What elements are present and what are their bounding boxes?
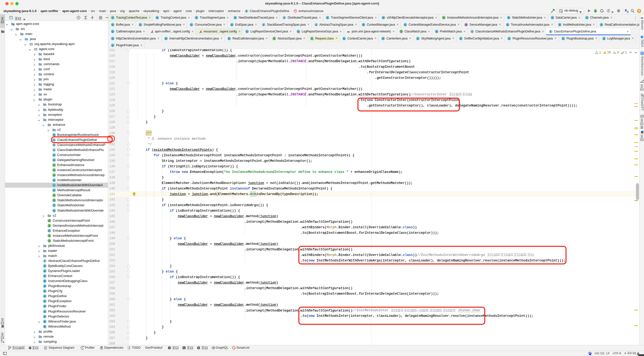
svg-text:C: C <box>562 37 564 40</box>
svg-text:C: C <box>191 23 192 26</box>
svg-text:C: C <box>139 23 141 26</box>
svg-text:C: C <box>601 23 602 26</box>
svg-text:C: C <box>112 23 114 26</box>
svg-text:C: C <box>343 37 345 40</box>
svg-text:C: C <box>311 37 313 40</box>
svg-text:C: C <box>231 23 233 26</box>
svg-text:C: C <box>550 30 551 33</box>
svg-text:A: A <box>627 10 629 13</box>
svg-text:C: C <box>284 16 285 19</box>
svg-text:C: C <box>228 37 230 40</box>
svg-text:C: C <box>508 16 510 19</box>
svg-text:C: C <box>363 23 365 26</box>
svg-text:C: C <box>112 37 114 40</box>
svg-text:I: I <box>274 37 275 40</box>
svg-text:C: C <box>559 23 561 26</box>
svg-text:C: C <box>246 10 247 13</box>
svg-text:I: I <box>401 30 402 33</box>
svg-text:C: C <box>508 37 510 40</box>
svg-text:C: C <box>471 30 473 33</box>
svg-text:C: C <box>112 30 114 33</box>
svg-text:C: C <box>234 16 236 19</box>
svg-text:C: C <box>196 16 197 19</box>
svg-text:C: C <box>586 16 588 19</box>
svg-text:C: C <box>460 37 462 40</box>
svg-text:C: C <box>603 37 605 40</box>
svg-text:C: C <box>246 30 248 33</box>
svg-text:C: C <box>297 30 299 33</box>
svg-text:m: m <box>641 16 643 20</box>
svg-text:E: E <box>465 23 467 26</box>
svg-text:C: C <box>263 23 265 26</box>
svg-text:m: m <box>294 10 296 13</box>
svg-text:C: C <box>156 16 158 19</box>
svg-text:I: I <box>444 16 444 19</box>
svg-text:C: C <box>436 30 437 33</box>
svg-text:m: m <box>347 30 350 33</box>
svg-text:C: C <box>315 23 317 26</box>
svg-text:C: C <box>405 23 406 26</box>
svg-text:C: C <box>552 16 553 19</box>
svg-text:C: C <box>165 37 167 40</box>
svg-text:C: C <box>507 23 508 26</box>
svg-text:C: C <box>112 16 114 19</box>
svg-text:C: C <box>112 44 114 47</box>
svg-text:C: C <box>327 16 329 19</box>
svg-text:C: C <box>417 37 419 40</box>
svg-text:C: C <box>383 16 384 19</box>
svg-text:C: C <box>382 37 384 40</box>
